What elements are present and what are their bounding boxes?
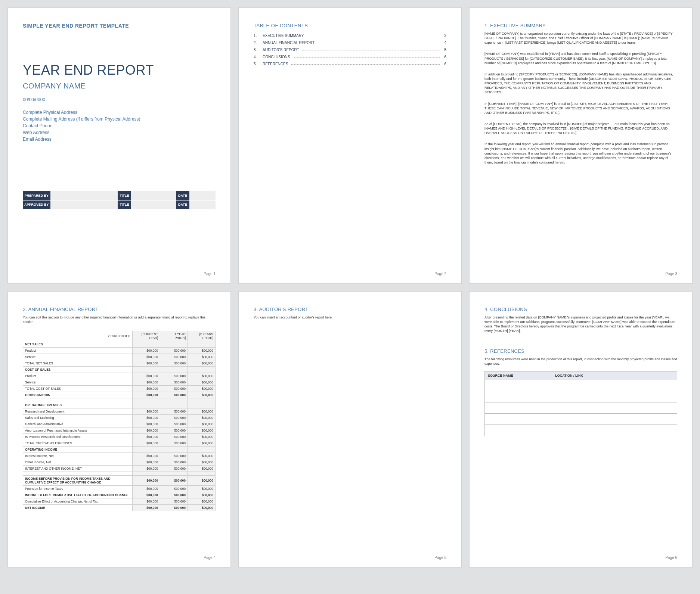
- table-header-row: YEARS ENDED[CURRENT YEAR][1 YEAR PRIOR][…: [23, 331, 216, 341]
- auditor-heading: 3. AUDITOR'S REPORT: [254, 307, 446, 312]
- row-value: $00,000: [188, 476, 216, 486]
- row-value: $00,000: [133, 476, 160, 486]
- toc-item: AUDITOR'S REPORT5: [254, 48, 446, 52]
- conclusions-heading: 4. CONCLUSIONS: [484, 307, 677, 312]
- page-footer: Page 1: [23, 267, 216, 276]
- row-value: $00,000: [133, 427, 160, 434]
- row-value: $00,000: [160, 492, 188, 498]
- row-label: GROSS MARGIN: [23, 392, 133, 398]
- row-value: $00,000: [188, 421, 216, 427]
- ref-location-cell: [552, 391, 677, 402]
- table-row: Amortization of Purchased Intangible Ass…: [23, 427, 216, 434]
- references-heading: 5. REFERENCES: [484, 348, 677, 354]
- row-label: COST OF SALES: [23, 367, 133, 373]
- spacer-row: [23, 472, 216, 476]
- conclusions-text: After presenting the related data on [CO…: [484, 315, 677, 333]
- row-value: $00,000: [133, 373, 160, 379]
- row-value: $00,000: [188, 492, 216, 498]
- ref-row: [485, 402, 677, 413]
- row-value: $00,000: [160, 505, 188, 511]
- table-row: NET INCOME$00,000$00,000$00,000: [23, 505, 216, 511]
- row-label: Cumulative Effect of Accounting Change, …: [23, 498, 133, 505]
- row-value: $00,000: [160, 386, 188, 392]
- toc-item-label: ANNUAL FINANCIAL REPORT: [263, 41, 315, 45]
- table-row: Sales and Marketing$00,000$00,000$00,000: [23, 415, 216, 421]
- row-value: $00,000: [133, 379, 160, 386]
- table-row: Provision for Income Taxes$00,000$00,000…: [23, 486, 216, 492]
- row-value: $00,000: [133, 492, 160, 498]
- row-label: INTEREST AND OTHER INCOME, NET: [23, 466, 133, 472]
- toc-item-label: CONCLUSIONS: [263, 55, 290, 59]
- mailing-address: Complete Mailing Address (if differs fro…: [23, 116, 216, 122]
- row-value: $00,000: [188, 408, 216, 415]
- ref-location-cell: [552, 424, 677, 436]
- table-row: OPERATING INCOME: [23, 447, 216, 453]
- table-row: INCOME BEFORE CUMULATIVE EFFECT OF ACCOU…: [23, 492, 216, 498]
- row-value: $00,000: [188, 415, 216, 421]
- table-row: Cumulative Effect of Accounting Change, …: [23, 498, 216, 505]
- row-label: Research and Development: [23, 408, 133, 415]
- row-value: $00,000: [160, 408, 188, 415]
- table-row: TOTAL NET SALES$00,000$00,000$00,000: [23, 360, 216, 367]
- ref-row: [485, 413, 677, 424]
- ref-source-cell: [485, 424, 552, 436]
- row-label: General and Administrative: [23, 421, 133, 427]
- row-value: $00,000: [133, 360, 160, 367]
- toc-dots: [293, 57, 440, 57]
- toc-item-page: 3: [443, 34, 446, 38]
- ref-header-location: LOCATION / LINK: [552, 371, 677, 380]
- web-address: Web Address: [23, 129, 216, 136]
- row-value: [188, 402, 216, 408]
- toc-item: CONCLUSIONS6: [254, 55, 446, 59]
- approved-date-cell: [189, 200, 216, 209]
- row-label: TOTAL NET SALES: [23, 360, 133, 367]
- year-column-header: [CURRENT YEAR]: [133, 331, 160, 341]
- report-date: 00/00/0000: [23, 97, 216, 102]
- row-label: Sales and Marketing: [23, 415, 133, 421]
- email-address: Email Address: [23, 136, 216, 143]
- exec-p2: [NAME OF COMPANY] was established in [YE…: [484, 52, 677, 65]
- page-footer: Page 2: [254, 267, 446, 276]
- row-value: $00,000: [160, 421, 188, 427]
- toc-item-label: EXECUTIVE SUMMARY: [263, 34, 304, 38]
- date-label: DATE: [176, 191, 189, 200]
- row-value: $00,000: [160, 392, 188, 398]
- page-footer: Page 6: [484, 551, 677, 560]
- year-column-header: [2 YEARS PRIOR]: [188, 331, 216, 341]
- row-value: $00,000: [188, 440, 216, 447]
- approved-title-cell: [131, 200, 176, 209]
- row-label: Product: [23, 348, 133, 354]
- ref-source-cell: [485, 413, 552, 424]
- row-value: [133, 367, 160, 373]
- page-footer: Page 3: [484, 267, 677, 276]
- row-value: $00,000: [188, 434, 216, 440]
- row-value: [160, 367, 188, 373]
- row-value: $00,000: [160, 379, 188, 386]
- row-label: Service: [23, 354, 133, 360]
- row-value: $00,000: [133, 466, 160, 472]
- ref-row: [485, 391, 677, 402]
- financial-heading: 2. ANNUAL FINANCIAL REPORT: [23, 307, 216, 312]
- references-text: The following resources were used in the…: [484, 357, 677, 366]
- physical-address: Complete Physical Address: [23, 109, 216, 116]
- row-value: $00,000: [188, 373, 216, 379]
- table-row: TOTAL COST OF SALES$00,000$00,000$00,000: [23, 386, 216, 392]
- row-value: $00,000: [160, 453, 188, 459]
- toc-item-label: REFERENCES: [263, 62, 288, 66]
- exec-summary-heading: 1. EXECUTIVE SUMMARY: [484, 23, 677, 28]
- row-value: $00,000: [160, 440, 188, 447]
- row-label: Amortization of Purchased Intangible Ass…: [23, 427, 133, 434]
- toc-item-page: 5: [443, 48, 446, 52]
- page-footer: Page 4: [23, 551, 216, 560]
- toc-item-page: 6: [443, 55, 446, 59]
- spacer-row: [23, 398, 216, 402]
- toc-item: ANNUAL FINANCIAL REPORT4: [254, 41, 446, 45]
- row-value: $00,000: [160, 354, 188, 360]
- address-block: Complete Physical Address Complete Maili…: [23, 109, 216, 143]
- exec-p6: In the following year end report, you wi…: [484, 142, 677, 165]
- ref-source-cell: [485, 380, 552, 391]
- title-label: TITLE: [118, 191, 131, 200]
- exec-p1: [NAME OF COMPANY] is an organized corpor…: [484, 31, 677, 45]
- prepared-title-cell: [131, 191, 176, 200]
- row-label: Product: [23, 373, 133, 379]
